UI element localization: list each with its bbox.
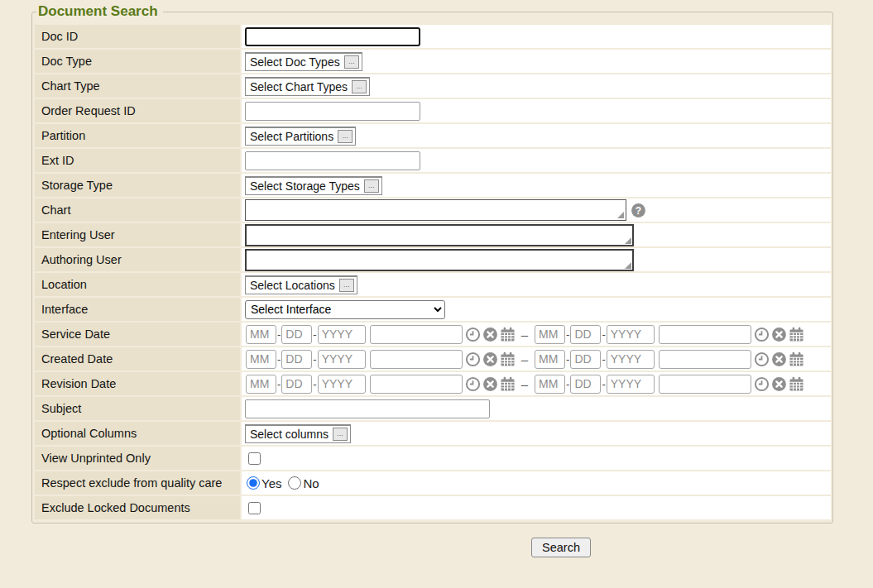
clear-icon[interactable] (771, 376, 787, 392)
resize-handle-icon[interactable] (625, 237, 631, 244)
clear-icon[interactable] (482, 327, 498, 342)
respect-exclude-quality-care-radio-yes[interactable] (247, 476, 260, 490)
date-field-separator: - (277, 328, 281, 341)
location-picker[interactable]: Select Locations... (245, 275, 357, 294)
service-date-from-day-input[interactable] (281, 325, 312, 344)
document-search-form: Document Search Doc IDDoc TypeSelect Doc… (31, 3, 833, 557)
service-date-label: Service Date (35, 323, 240, 346)
clear-icon[interactable] (482, 376, 498, 392)
created-date-to-year-input[interactable] (607, 350, 655, 369)
revision-date-from-group: -- (245, 375, 516, 394)
ext-id-input[interactable] (245, 151, 420, 170)
help-icon[interactable]: ? (631, 203, 646, 218)
form-row-created-date: Created Date--–-- (35, 347, 831, 370)
form-row-ext-id: Ext ID (35, 149, 831, 172)
revision-date-to-day-input[interactable] (570, 375, 601, 394)
revision-date-from-month-input[interactable] (246, 375, 276, 394)
doc-type-picker[interactable]: Select Doc Types... (245, 52, 362, 71)
created-date-to-time-input[interactable] (659, 350, 751, 369)
calendar-icon[interactable] (500, 376, 516, 392)
revision-date-from-day-input[interactable] (281, 375, 312, 394)
date-field-separator: - (313, 353, 316, 366)
respect-exclude-quality-care-radio-group: YesNo (245, 476, 324, 490)
entering-user-label: Entering User (35, 223, 240, 246)
clock-icon[interactable] (465, 327, 481, 342)
respect-exclude-quality-care-option-no[interactable]: No (286, 476, 319, 490)
partition-picker-browse-button[interactable]: ... (338, 130, 353, 143)
interface-select[interactable]: Select Interface (245, 300, 445, 319)
chart-type-picker-browse-button[interactable]: ... (352, 80, 367, 93)
doc-type-picker-label: Select Doc Types (250, 55, 340, 69)
order-request-id-label: Order Request ID (35, 99, 240, 122)
service-date-from-time-input[interactable] (370, 325, 463, 344)
clear-icon[interactable] (482, 351, 498, 367)
respect-exclude-quality-care-option-label: Yes (261, 476, 281, 490)
subject-value-cell (242, 397, 831, 420)
subject-label: Subject (35, 397, 240, 420)
revision-date-from-time-input[interactable] (370, 375, 463, 394)
respect-exclude-quality-care-option-yes[interactable]: Yes (245, 476, 281, 490)
subject-input[interactable] (245, 399, 490, 418)
form-row-order-request-id: Order Request ID (35, 99, 831, 122)
clock-icon[interactable] (754, 376, 770, 392)
clear-icon[interactable] (771, 351, 787, 367)
service-date-to-day-input[interactable] (570, 325, 601, 344)
created-date-from-month-input[interactable] (246, 350, 276, 369)
form-row-doc-type: Doc TypeSelect Doc Types... (35, 50, 831, 73)
clock-icon[interactable] (465, 351, 481, 367)
calendar-icon[interactable] (789, 351, 804, 367)
optional-columns-picker-browse-button[interactable]: ... (333, 428, 348, 441)
chart-value-cell: ? (242, 198, 831, 222)
revision-date-to-month-input[interactable] (535, 375, 565, 394)
optional-columns-picker[interactable]: Select columns... (245, 424, 351, 443)
doc-id-input[interactable] (245, 27, 420, 46)
partition-picker-label: Select Partitions (250, 130, 333, 143)
created-date-from-year-input[interactable] (318, 350, 366, 369)
chart-textarea[interactable] (245, 199, 626, 221)
chart-type-picker[interactable]: Select Chart Types... (245, 77, 370, 96)
revision-date-to-year-input[interactable] (607, 375, 655, 394)
calendar-icon[interactable] (789, 327, 804, 342)
calendar-icon[interactable] (500, 351, 516, 367)
created-date-from-time-input[interactable] (370, 350, 463, 369)
clock-icon[interactable] (465, 376, 481, 392)
service-date-from-year-input[interactable] (318, 325, 366, 344)
chart-type-picker-label: Select Chart Types (250, 80, 348, 93)
doc-type-picker-browse-button[interactable]: ... (344, 55, 359, 69)
resize-handle-icon[interactable] (617, 212, 624, 218)
authoring-user-label: Authoring User (35, 248, 240, 271)
exclude-locked-documents-checkbox[interactable] (248, 502, 261, 514)
revision-date-to-time-input[interactable] (659, 375, 751, 394)
view-unprinted-only-checkbox[interactable] (248, 452, 261, 465)
authoring-user-textarea[interactable] (245, 249, 634, 271)
partition-picker[interactable]: Select Partitions... (245, 127, 356, 146)
chart-type-label: Chart Type (35, 74, 240, 98)
service-date-to-month-input[interactable] (535, 325, 565, 344)
created-date-from-day-input[interactable] (281, 350, 312, 369)
created-date-to-month-input[interactable] (535, 350, 565, 369)
respect-exclude-quality-care-radio-no[interactable] (288, 476, 301, 490)
storage-type-picker[interactable]: Select Storage Types... (245, 176, 382, 195)
service-date-from-month-input[interactable] (246, 325, 276, 344)
clock-icon[interactable] (754, 351, 770, 367)
revision-date-from-year-input[interactable] (318, 375, 366, 394)
exclude-locked-documents-label: Exclude Locked Documents (35, 496, 240, 519)
order-request-id-input[interactable] (245, 102, 420, 121)
form-row-chart: Chart? (35, 198, 831, 222)
date-field-separator: - (566, 353, 569, 366)
service-date-to-year-input[interactable] (607, 325, 655, 344)
calendar-icon[interactable] (789, 376, 804, 392)
location-picker-browse-button[interactable]: ... (339, 279, 354, 292)
created-date-to-day-input[interactable] (570, 350, 601, 369)
storage-type-picker-browse-button[interactable]: ... (364, 179, 379, 193)
order-request-id-value-cell (242, 99, 831, 122)
search-button[interactable]: Search (531, 538, 591, 557)
form-row-revision-date: Revision Date--–-- (35, 372, 831, 395)
service-date-to-time-input[interactable] (659, 325, 751, 344)
calendar-icon[interactable] (500, 327, 516, 342)
search-fieldset: Document Search Doc IDDoc TypeSelect Doc… (31, 3, 833, 523)
clock-icon[interactable] (754, 327, 770, 342)
resize-handle-icon[interactable] (625, 262, 631, 269)
clear-icon[interactable] (771, 327, 787, 342)
entering-user-textarea[interactable] (245, 224, 634, 246)
